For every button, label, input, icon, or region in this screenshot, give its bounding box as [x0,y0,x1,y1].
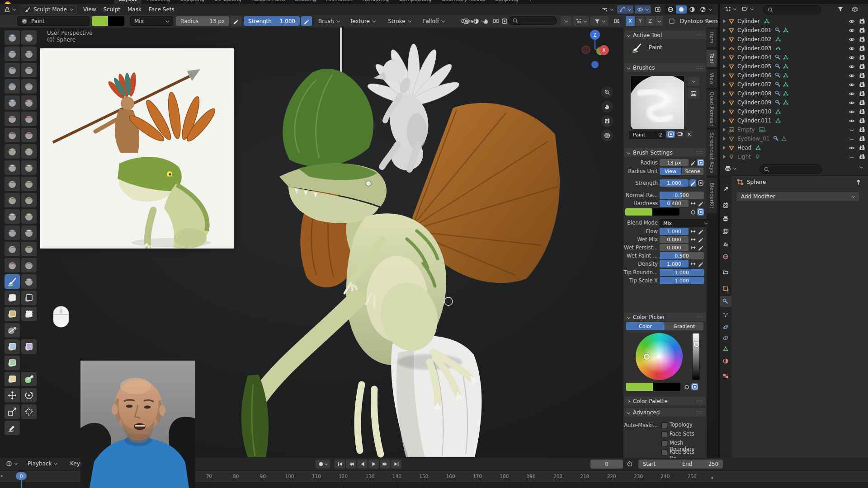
outliner-row-eyeblow-01[interactable]: Eyeblow_01 [720,134,868,143]
properties-tab-collection[interactable] [720,267,731,277]
tool-flatten-button[interactable] [5,112,20,126]
workspace-tab--[interactable]: + [524,0,538,4]
unified-icon[interactable] [697,208,704,216]
brush-settings-panel-header[interactable]: Brush Settings:::: [624,148,706,157]
value-slider[interactable] [692,333,700,380]
editor-type-button[interactable] [2,5,18,14]
falloff-dropdown[interactable]: Falloff [421,16,447,26]
pen-icon[interactable] [689,179,696,187]
active-tool-panel-header[interactable]: Active Tool:::: [624,31,706,39]
workspace-tab-compositing[interactable]: Compositing [394,0,436,4]
tool-cloth-filter-button[interactable] [21,339,37,354]
remesh-dropdown[interactable]: Remesh [703,16,718,26]
workspace-tab-modeling[interactable]: Modeling [142,0,175,4]
expand-arrow-icon[interactable]: ▸ [1,473,3,478]
tool-draw-face-sets-button[interactable] [21,242,37,256]
color-palette-panel-header[interactable]: Color Palette:::: [624,397,706,405]
camera-icon[interactable] [859,45,865,52]
stamp-icon[interactable] [500,16,509,26]
wet-paint--slider[interactable]: 0.500 [660,252,704,259]
tool-simplify-button[interactable] [21,225,37,240]
mirror-icon[interactable] [491,16,500,26]
secondary-color-swatch-panel[interactable] [652,208,679,216]
properties-tab-data[interactable] [720,343,731,354]
duplicate-brush-button[interactable] [676,131,684,138]
end-frame-field[interactable]: End250 [678,460,723,469]
tool-blob-button[interactable] [21,79,37,94]
color-wheel[interactable] [636,333,683,380]
strength-pressure-toggle[interactable] [301,16,312,26]
eye-open-icon[interactable] [849,27,855,33]
properties-tab-scene[interactable] [720,239,731,249]
tool-line-project-button[interactable] [5,323,20,338]
symmetry-x-button[interactable]: X [626,16,635,26]
strength-slider[interactable]: Strength 1.000 [244,16,300,26]
outliner-display-mode-button[interactable] [722,5,739,13]
fake-user-shield-toggle[interactable] [666,131,675,138]
tool-clay-strips-button[interactable] [21,47,37,61]
mode-dropdown[interactable]: Sculpt Mode [21,5,77,14]
tool-smear-button[interactable] [21,274,37,289]
symmetry-options-chevron[interactable] [656,16,663,26]
jump-to-start-button[interactable] [335,460,345,469]
annotation-icon[interactable] [481,16,491,26]
properties-tab-modifiers[interactable] [720,296,731,307]
properties-tab-output[interactable] [720,213,731,224]
eye-open-icon[interactable] [849,54,855,61]
eye-open-icon[interactable] [849,72,855,79]
collapse-sidebar-icon[interactable]: ◂ [711,475,713,480]
stroke-dropdown[interactable]: Stroke [386,16,413,26]
workspace-tab-scripting[interactable]: Scripting [491,0,524,4]
timeline-editor-type-button[interactable] [4,460,20,468]
sidebar-tab-item[interactable]: Item [707,28,717,47]
add-modifier-button[interactable]: Add Modifier [736,191,860,202]
sidebar-tab-screencast-keys[interactable]: Screencast Keys [707,130,717,176]
camera-icon[interactable] [859,27,865,33]
value-slider-cursor[interactable] [694,342,699,347]
properties-tab-physics[interactable] [720,322,731,333]
properties-tab-particles[interactable] [720,310,731,320]
eye-open-icon[interactable] [849,117,855,124]
properties-tab-viewlayer[interactable] [720,226,731,237]
camera-icon[interactable] [859,117,865,124]
camera-icon[interactable] [859,145,865,151]
pan-hand-button[interactable] [601,101,613,113]
pen-icon[interactable] [697,244,704,251]
shading-options-chevron[interactable] [708,8,712,11]
menu-view[interactable]: View [80,5,99,14]
arrows-icon[interactable] [689,260,696,267]
tool-rotate-button[interactable] [21,193,37,207]
tool-slide-relax-button[interactable] [5,209,20,224]
tool-options-dropdown[interactable] [561,16,571,26]
tool-boundary-button[interactable] [21,209,37,224]
primary-color-swatch[interactable] [92,16,108,26]
outliner-row-cylinder-003[interactable]: Cylinder.003 [720,44,868,53]
tool-draw-sharp-button[interactable] [21,30,37,45]
sidebar-tab-quad-remesh[interactable]: Quad Remesh [707,90,717,128]
tool-box-hide-button[interactable] [21,291,37,305]
jump-to-end-button[interactable] [391,460,401,469]
camera-view-button[interactable] [601,115,613,127]
picker-secondary-swatch[interactable] [653,383,680,391]
blend-mode-dropdown[interactable]: Mix [130,16,173,26]
properties-tab-render[interactable] [720,200,731,211]
show-gizmos-button[interactable] [617,5,633,14]
zoom-button[interactable] [601,86,613,98]
normal-ra--slider[interactable]: 0.500 [660,192,704,199]
brush-name-field[interactable]: Paint [629,131,660,139]
tool-color-filter-button[interactable] [5,372,20,386]
arrows-icon[interactable] [689,236,696,243]
camera-icon[interactable] [859,72,865,79]
shading-solid-button[interactable] [676,5,687,14]
sidebar-tab-view[interactable]: View [707,69,717,88]
camera-icon[interactable] [859,54,865,61]
radius-unit-view[interactable]: View [660,168,681,175]
show-visibility-button[interactable] [599,5,616,14]
pen-icon[interactable] [697,200,704,207]
shading-material-button[interactable] [687,5,698,14]
tool-pose-button[interactable] [21,177,37,191]
hardness-slider[interactable]: 0.400 [660,200,689,207]
camera-icon[interactable] [859,136,865,142]
pen-icon[interactable] [697,260,704,267]
brush-datablock-field[interactable]: Paint [17,16,90,26]
